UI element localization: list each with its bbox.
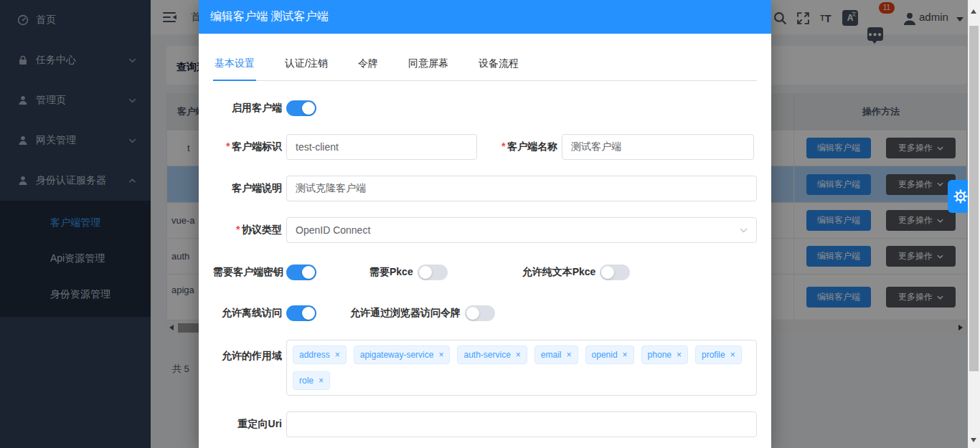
scope-tag-label: email — [541, 350, 562, 360]
switch-knob — [302, 307, 315, 320]
remove-tag-icon[interactable]: × — [335, 350, 340, 360]
modal-header: 编辑客户端 测试客户端 — [199, 0, 771, 34]
redirect-uri-input[interactable] — [286, 411, 757, 437]
client-desc-input[interactable] — [286, 176, 757, 201]
scope-tag[interactable]: profile× — [695, 345, 742, 364]
switch-knob — [601, 266, 614, 279]
switch-knob — [466, 307, 479, 320]
scope-tag[interactable]: role× — [293, 371, 330, 390]
scope-tag[interactable]: email× — [534, 345, 578, 364]
remove-tag-icon[interactable]: × — [319, 376, 324, 386]
browser-token-switch[interactable] — [465, 305, 495, 321]
browser-token-label: 允许通过浏览器访问令牌 — [350, 307, 461, 320]
app-root: 首页 任务中心 管理页 网关管理 身份认证服务器 客户端管理 Api资源管理 身… — [0, 0, 980, 448]
tab-device-flow[interactable]: 设备流程 — [477, 57, 520, 81]
scope-tag-label: auth-service — [463, 350, 510, 360]
modal-title: 编辑客户端 测试客户端 — [210, 9, 328, 24]
enable-client-label: 启用客户端 — [213, 102, 282, 115]
require-pkce-switch[interactable] — [418, 264, 448, 280]
redirect-uri-label: 重定向Uri — [213, 418, 282, 431]
scope-tag-label: apigateway-service — [360, 350, 434, 360]
scope-tag[interactable]: address× — [293, 345, 347, 364]
require-secret-switch[interactable] — [286, 264, 316, 280]
remove-tag-icon[interactable]: × — [438, 350, 443, 360]
required-asterisk: * — [501, 140, 505, 152]
allow-plain-pkce-label: 允许纯文本Pkce — [522, 266, 596, 279]
modal-tabs: 基本设置 认证/注销 令牌 同意屏幕 设备流程 — [213, 34, 757, 81]
require-secret-label: 需要客户端密钥 — [213, 266, 282, 279]
vertical-scroll-thumb[interactable] — [969, 26, 979, 371]
remove-tag-icon[interactable]: × — [677, 350, 682, 360]
switch-knob — [419, 266, 432, 279]
scope-tag-label: phone — [648, 350, 672, 360]
tab-auth-logout[interactable]: 认证/注销 — [283, 57, 329, 81]
scroll-up-arrow-icon[interactable] — [971, 9, 976, 14]
tab-token[interactable]: 令牌 — [357, 57, 380, 81]
scope-tag[interactable]: phone× — [641, 345, 688, 364]
vertical-scrollbar[interactable] — [968, 0, 980, 448]
gear-icon — [953, 189, 969, 204]
scope-tag-label: profile — [702, 350, 725, 360]
client-id-input[interactable] — [286, 134, 477, 160]
edit-client-modal: 编辑客户端 测试客户端 基本设置 认证/注销 令牌 同意屏幕 设备流程 启用客户… — [199, 0, 771, 448]
switch-knob — [302, 266, 315, 279]
scope-tag-label: role — [299, 376, 314, 386]
tab-consent-screen[interactable]: 同意屏幕 — [407, 57, 450, 81]
offline-access-label: 允许离线访问 — [213, 307, 282, 320]
scopes-tagbox[interactable]: address×apigateway-service×auth-service×… — [286, 340, 757, 396]
switch-knob — [302, 102, 315, 115]
remove-tag-icon[interactable]: × — [730, 350, 735, 360]
offline-access-switch[interactable] — [286, 305, 316, 321]
required-asterisk: * — [236, 224, 240, 235]
scope-tag[interactable]: openid× — [585, 345, 634, 364]
client-name-input[interactable] — [562, 134, 754, 160]
protocol-selected-value: OpenID Connect — [296, 224, 370, 236]
protocol-select[interactable]: OpenID Connect — [286, 217, 757, 243]
allow-plain-pkce-switch[interactable] — [600, 264, 630, 280]
remove-tag-icon[interactable]: × — [623, 350, 628, 360]
remove-tag-icon[interactable]: × — [516, 350, 521, 360]
scopes-label: 允许的作用域 — [213, 350, 282, 363]
scope-tag-label: address — [299, 350, 330, 360]
client-id-label: *客户端标识 — [213, 140, 282, 153]
tab-basic-settings[interactable]: 基本设置 — [213, 57, 256, 81]
required-asterisk: * — [226, 140, 230, 152]
client-desc-label: 客户端说明 — [213, 182, 282, 195]
remove-tag-icon[interactable]: × — [567, 350, 572, 360]
scope-tag[interactable]: auth-service× — [457, 345, 527, 364]
enable-client-switch[interactable] — [286, 100, 316, 116]
select-caret-icon — [740, 228, 748, 233]
scroll-down-arrow-icon[interactable] — [971, 438, 976, 442]
client-name-label: *客户端名称 — [486, 140, 557, 153]
require-pkce-label: 需要Pkce — [369, 266, 413, 279]
scope-tag-label: openid — [592, 350, 618, 360]
protocol-label: *协议类型 — [213, 224, 282, 237]
scope-tag[interactable]: apigateway-service× — [354, 345, 451, 364]
